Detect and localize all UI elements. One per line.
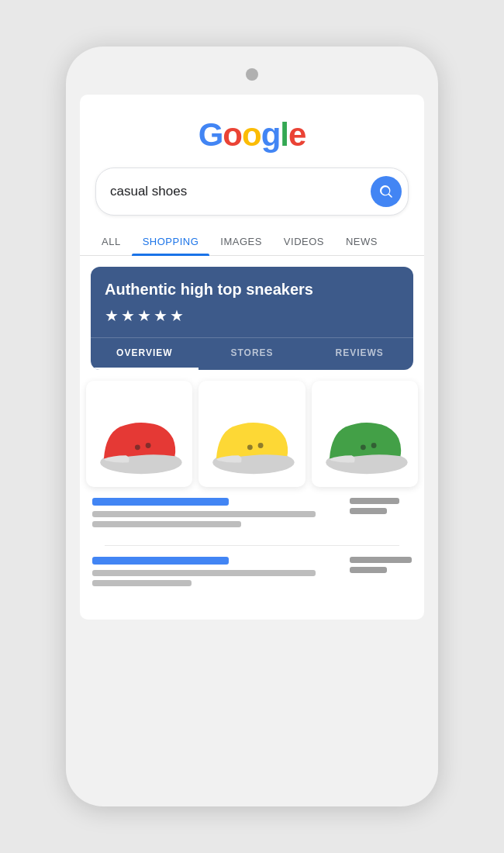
svg-point-1 [135,444,140,450]
result-line-1a [92,511,316,517]
svg-point-4 [247,444,253,450]
tabs-row: ALL SHOPPING IMAGES VIDEOS NEWS [80,228,424,256]
logo-e: e [288,116,306,153]
result-line-2b [92,580,192,586]
star-4: ★ [154,306,167,325]
tab-images[interactable]: IMAGES [209,228,273,255]
star-1: ★ [105,306,119,325]
shoe-illustration-green [312,381,418,487]
search-input[interactable]: casual shoes [110,184,371,199]
svg-point-2 [146,443,151,448]
tab-all[interactable]: ALL [91,228,132,255]
shoe-cards-row [80,381,424,487]
logo-o2: o [242,116,261,153]
meta-line-2b [350,567,387,573]
tab-news[interactable]: NEWS [335,228,388,255]
results-list [80,487,424,590]
card-tab-reviews[interactable]: REVIEWS [306,338,413,370]
svg-point-5 [258,443,264,448]
google-logo-area: Google [80,95,424,167]
tab-videos[interactable]: VIDEOS [273,228,335,255]
result-item-1 [92,498,412,531]
logo-o1: o [223,116,242,153]
card-title: Authentic high top sneakers [105,281,399,299]
card-tab-stores[interactable]: STORES [198,338,306,370]
google-logo: Google [80,116,424,154]
search-bar-wrap: casual shoes [80,167,424,228]
star-2: ★ [121,306,135,325]
result-item-2 [92,557,412,590]
logo-l: l [280,116,288,153]
meta-line-1b [350,508,387,514]
shoe-illustration-yellow [198,381,305,487]
star-3: ★ [137,306,151,325]
shoe-card-green[interactable] [312,381,418,487]
result-title-bar-2 [92,557,229,565]
result-text-1 [92,498,340,531]
search-button[interactable] [371,176,402,207]
stars-row: ★ ★ ★ ★ ★ [105,306,399,325]
shoe-card-yellow[interactable] [198,381,305,487]
meta-line-2a [350,557,412,563]
search-bar: casual shoes [95,167,409,216]
result-meta-2 [350,557,412,577]
card-tab-overview[interactable]: OVERVIEW [91,338,198,370]
result-line-1b [92,521,241,527]
shoe-card-red[interactable] [86,381,192,487]
tab-shopping[interactable]: SHOPPING [132,228,210,255]
result-line-2a [92,570,316,576]
meta-line-1a [350,498,399,504]
result-title-bar-1 [92,498,229,506]
card-tabs: OVERVIEW STORES REVIEWS [91,337,413,370]
star-5: ★ [170,306,184,325]
divider-1 [105,545,399,546]
result-text-2 [92,557,340,590]
phone-camera [246,68,258,81]
svg-point-8 [371,443,376,448]
logo-g: G [198,116,223,153]
phone-frame: Google casual shoes ALL SHOPPING IMAGES … [66,47,438,806]
phone-screen: Google casual shoes ALL SHOPPING IMAGES … [80,95,424,620]
logo-g2: g [261,116,281,153]
svg-point-7 [361,444,366,450]
search-icon [378,184,394,199]
shoe-illustration-red [86,381,192,487]
shopping-card: Authentic high top sneakers ★ ★ ★ ★ ★ OV… [91,267,413,370]
result-meta-1 [350,498,412,518]
